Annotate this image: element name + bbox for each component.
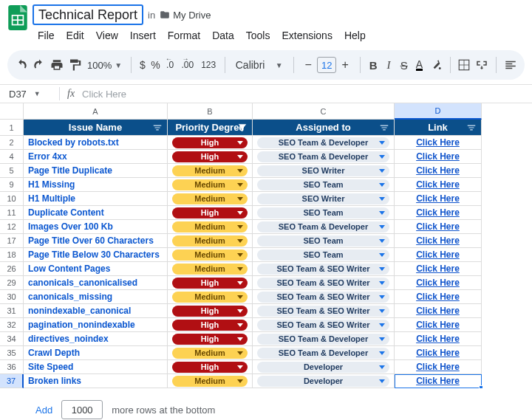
cell-assigned[interactable]: SEO Team & Developer: [253, 332, 395, 346]
bold-button[interactable]: B: [368, 55, 379, 75]
cell-link[interactable]: Click Here: [395, 192, 482, 206]
cell-priority[interactable]: High: [168, 276, 253, 290]
row-header[interactable]: 31: [0, 304, 24, 318]
cell-issue[interactable]: Page Title Duplicate: [24, 164, 168, 178]
link-text[interactable]: Click Here: [416, 306, 460, 316]
merge-button[interactable]: [475, 55, 488, 75]
cell-link[interactable]: Click Here: [395, 136, 482, 150]
cell-priority[interactable]: Medium: [168, 290, 253, 304]
header-link[interactable]: Link: [395, 120, 482, 136]
assigned-chip[interactable]: SEO Team & Developer: [257, 221, 389, 233]
strike-button[interactable]: S: [398, 55, 409, 75]
cell-issue[interactable]: canonicals_canonicalised: [24, 276, 168, 290]
cell-assigned[interactable]: SEO Team: [253, 248, 395, 262]
col-header-a[interactable]: A: [24, 103, 168, 120]
cell-issue[interactable]: Page Title Over 60 Characters: [24, 234, 168, 248]
assigned-chip[interactable]: SEO Team & SEO Writer: [257, 306, 389, 317]
cell-priority[interactable]: Medium: [168, 192, 253, 206]
undo-button[interactable]: [15, 55, 28, 75]
menu-help[interactable]: Help: [339, 27, 371, 44]
cell-priority[interactable]: High: [168, 332, 253, 346]
cell-link[interactable]: Click Here: [395, 178, 482, 192]
assigned-chip[interactable]: SEO Team & Developer: [257, 348, 389, 359]
cell-link[interactable]: Click Here: [395, 150, 482, 164]
link-text[interactable]: Click Here: [416, 334, 460, 344]
cell-priority[interactable]: Medium: [168, 164, 253, 178]
cell-priority[interactable]: High: [168, 318, 253, 332]
number-format-button[interactable]: 123: [200, 55, 217, 75]
priority-pill[interactable]: Medium: [172, 235, 248, 247]
cell-assigned[interactable]: SEO Team & SEO Writer: [253, 276, 395, 290]
cell-assigned[interactable]: Developer: [253, 374, 395, 388]
assigned-chip[interactable]: SEO Writer: [257, 193, 389, 204]
spreadsheet-grid[interactable]: A B C D 1Issue NamePriority DegreeAssign…: [0, 103, 532, 388]
name-box[interactable]: D37▼: [0, 89, 52, 100]
cell-priority[interactable]: High: [168, 360, 253, 374]
menu-edit[interactable]: Edit: [61, 27, 89, 44]
italic-button[interactable]: I: [383, 55, 395, 75]
cell-priority[interactable]: Medium: [168, 248, 253, 262]
cell-assigned[interactable]: SEO Team & SEO Writer: [253, 290, 395, 304]
priority-pill[interactable]: High: [172, 334, 248, 345]
assigned-chip[interactable]: SEO Team: [257, 249, 389, 261]
cell-issue[interactable]: Images Over 100 Kb: [24, 220, 168, 234]
link-text[interactable]: Click Here: [416, 193, 460, 204]
cell-link[interactable]: Click Here: [395, 206, 482, 220]
row-header[interactable]: 9: [0, 178, 24, 192]
priority-pill[interactable]: High: [172, 362, 248, 373]
priority-pill[interactable]: Medium: [172, 249, 248, 261]
cell-priority[interactable]: Medium: [168, 178, 253, 192]
assigned-chip[interactable]: SEO Team: [257, 207, 389, 218]
cell-priority[interactable]: Medium: [168, 346, 253, 360]
cell-link[interactable]: Click Here: [395, 220, 482, 234]
priority-pill[interactable]: Medium: [172, 193, 248, 204]
assigned-chip[interactable]: SEO Writer: [257, 165, 389, 176]
link-text[interactable]: Click Here: [416, 362, 460, 372]
row-header[interactable]: 18: [0, 248, 24, 262]
filter-icon[interactable]: [379, 123, 389, 133]
folder-chip[interactable]: My Drive: [160, 10, 211, 21]
cell-assigned[interactable]: SEO Team & Developer: [253, 346, 395, 360]
row-header[interactable]: 10: [0, 192, 24, 206]
currency-button[interactable]: $: [139, 55, 147, 75]
cell-issue[interactable]: Crawl Depth: [24, 346, 168, 360]
cell-priority[interactable]: Medium: [168, 262, 253, 276]
row-header[interactable]: 29: [0, 276, 24, 290]
row-header[interactable]: 2: [0, 136, 24, 150]
menu-data[interactable]: Data: [207, 27, 239, 44]
link-text[interactable]: Click Here: [416, 264, 460, 274]
link-text[interactable]: Click Here: [416, 179, 460, 190]
priority-pill[interactable]: High: [172, 207, 248, 218]
menu-format[interactable]: Format: [163, 27, 205, 44]
cell-issue[interactable]: directives_noindex: [24, 332, 168, 346]
assigned-chip[interactable]: Developer: [257, 362, 389, 373]
link-text[interactable]: Click Here: [416, 151, 460, 162]
cell-issue[interactable]: pagination_nonindexable: [24, 318, 168, 332]
row-header[interactable]: 36: [0, 360, 24, 374]
cell-link[interactable]: Click Here: [395, 248, 482, 262]
cell-priority[interactable]: High: [168, 136, 253, 150]
cell-link[interactable]: Click Here: [395, 234, 482, 248]
cell-link[interactable]: Click Here: [395, 346, 482, 360]
col-header-d[interactable]: D: [395, 103, 482, 120]
font-select[interactable]: Calibri▼: [233, 59, 286, 71]
priority-pill[interactable]: High: [172, 278, 248, 289]
assigned-chip[interactable]: SEO Team: [257, 179, 389, 190]
row-header[interactable]: 30: [0, 290, 24, 304]
menu-extensions[interactable]: Extensions: [276, 27, 337, 44]
cell-priority[interactable]: High: [168, 304, 253, 318]
priority-pill[interactable]: High: [172, 151, 248, 162]
row-header[interactable]: 17: [0, 234, 24, 248]
assigned-chip[interactable]: SEO Team & SEO Writer: [257, 264, 389, 275]
cell-assigned[interactable]: SEO Team: [253, 178, 395, 192]
cell-issue[interactable]: Page Title Below 30 Characters: [24, 248, 168, 262]
increase-font-button[interactable]: +: [338, 55, 352, 75]
font-size-field[interactable]: 12: [317, 57, 336, 73]
cell-assigned[interactable]: SEO Team & Developer: [253, 136, 395, 150]
add-rows-count[interactable]: 1000: [61, 400, 103, 419]
cell-issue[interactable]: Low Content Pages: [24, 262, 168, 276]
cell-assigned[interactable]: Developer: [253, 360, 395, 374]
menu-tools[interactable]: Tools: [241, 27, 276, 44]
header-assigned[interactable]: Assigned to: [253, 120, 395, 136]
link-text[interactable]: Click Here: [416, 348, 460, 358]
